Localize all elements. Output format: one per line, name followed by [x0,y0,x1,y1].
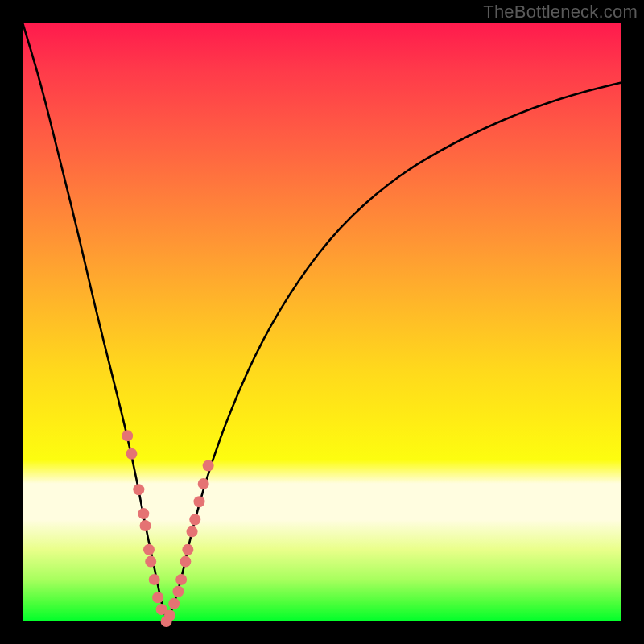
data-marker [140,520,151,531]
data-marker [168,598,180,609]
data-marker [180,556,191,568]
data-marker [138,508,149,519]
data-marker [175,574,187,585]
data-marker [122,430,133,441]
watermark-text: TheBottleneck.com [483,2,638,23]
data-marker [145,556,156,568]
data-marker [152,592,163,603]
data-marker [172,586,184,597]
chart-frame [23,23,621,621]
data-marker [189,514,200,526]
data-marker [143,544,155,555]
data-marker [203,460,214,472]
data-marker [182,544,193,555]
data-marker [126,448,137,460]
data-marker [133,484,144,495]
curve-data-markers [122,430,213,627]
data-marker [149,574,160,585]
data-marker [164,610,175,621]
bottleneck-curve-svg [23,23,621,621]
data-marker [198,478,209,489]
data-marker [187,526,198,537]
bottleneck-curve [23,23,621,617]
data-marker [193,496,204,507]
